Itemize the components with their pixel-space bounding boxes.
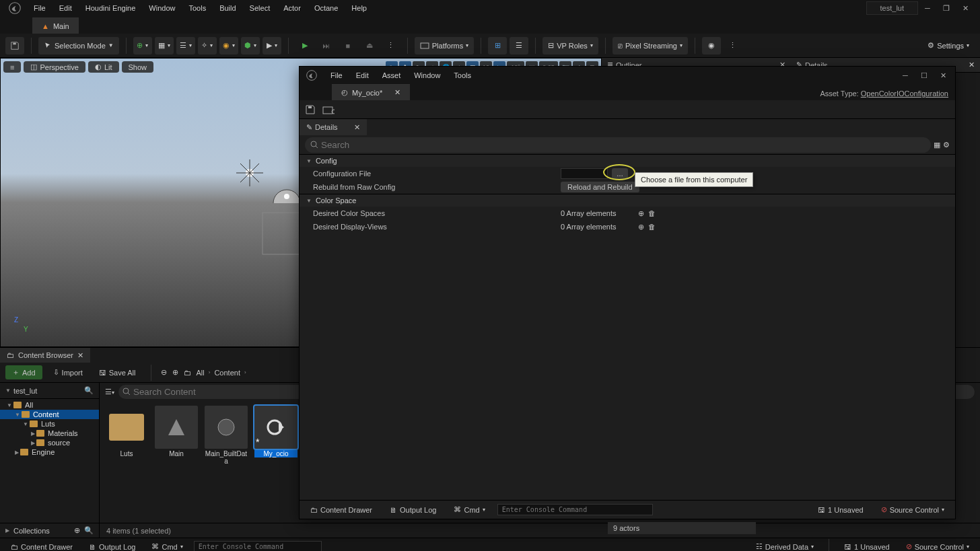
add-button[interactable]: ＋Add — [5, 365, 42, 379]
sequencer-button[interactable]: ▶▾ — [262, 37, 281, 54]
content-drawer-button[interactable]: 🗀Content Drawer — [305, 505, 378, 515]
more-button[interactable]: ⋮ — [724, 37, 742, 54]
clear-array-icon[interactable]: 🗑 — [648, 209, 656, 217]
tree-item-engine[interactable]: ▶Engine — [0, 447, 99, 457]
menu-item-file[interactable]: File — [324, 69, 349, 82]
blueprints-button[interactable]: ☰▾ — [176, 37, 195, 54]
import-button[interactable]: ⇩Import — [48, 367, 88, 378]
close-icon[interactable]: ✕ — [394, 88, 400, 97]
eject-button[interactable]: ⏏ — [360, 37, 379, 54]
tree-item-materials[interactable]: ▶Materials — [0, 429, 99, 438]
view-options-icon[interactable]: ▦ — [934, 141, 940, 149]
colorspace-section-header[interactable]: ▼Color Space — [300, 194, 955, 207]
play-options-button[interactable]: ⋮ — [382, 37, 400, 54]
close-icon[interactable]: ✕ — [77, 351, 83, 360]
unreal-logo-icon[interactable] — [302, 66, 321, 85]
asset-tab[interactable]: ◴ My_ocio* ✕ — [332, 84, 410, 100]
filters-button[interactable]: ☰▾ — [105, 388, 114, 396]
asset-type-link[interactable]: OpenColorIOConfiguration — [861, 89, 948, 98]
browse-asset-button[interactable] — [322, 104, 335, 115]
cinematics-button[interactable]: ✧▾ — [198, 37, 217, 54]
asset-luts[interactable]: Luts — [105, 406, 148, 517]
unsaved-button[interactable]: 🖫1 Unsaved — [839, 542, 895, 552]
close-icon[interactable]: ✕ — [354, 123, 360, 132]
config-section-header[interactable]: ▼Config — [300, 154, 955, 167]
content-browser-tab[interactable]: 🗀 Content Browser ✕ — [0, 348, 90, 363]
add-element-icon[interactable]: ⊕ — [638, 223, 644, 231]
console-command-input[interactable] — [194, 541, 322, 551]
viewport-menu-button[interactable]: ≡ — [3, 61, 21, 73]
save-all-button[interactable]: 🖫Save All — [94, 367, 141, 378]
settings-dropdown[interactable]: ⚙ Settings▾ — [922, 37, 975, 54]
minimize-button[interactable]: ─ — [896, 67, 915, 83]
collections-section[interactable]: ▶ Collections ⊕ 🔍 — [0, 523, 99, 538]
output-log-button[interactable]: 🗎Output Log — [384, 505, 442, 515]
asset-main_builtdata[interactable]: Main_BuiltData — [205, 406, 248, 517]
lit-dropdown[interactable]: ◐Lit — [88, 61, 119, 73]
play-button[interactable]: ▶ — [295, 37, 314, 54]
save-asset-button[interactable] — [305, 104, 316, 115]
details-panel-tab[interactable]: ✎ Details ✕ — [300, 119, 367, 135]
menu-item-build[interactable]: Build — [213, 1, 242, 15]
menu-item-actor[interactable]: Actor — [277, 1, 308, 15]
tree-item-luts[interactable]: ▼Luts — [0, 419, 99, 429]
tree-item-all[interactable]: ▼All — [0, 400, 99, 410]
maximize-button[interactable]: ☐ — [915, 67, 934, 83]
menu-item-window[interactable]: Window — [407, 69, 447, 82]
layers-button[interactable]: ☰ — [510, 37, 528, 54]
skip-button[interactable]: ⏭ — [317, 37, 336, 54]
tree-item-source[interactable]: ▶source — [0, 438, 99, 447]
menu-item-file[interactable]: File — [27, 1, 53, 15]
asset-main[interactable]: Main — [155, 406, 198, 517]
breadcrumb-item[interactable]: All — [197, 369, 205, 377]
menu-item-tools[interactable]: Tools — [447, 69, 478, 82]
menu-item-tools[interactable]: Tools — [182, 1, 213, 15]
minimize-button[interactable]: ─ — [918, 0, 937, 16]
close-button[interactable]: ✕ — [934, 67, 952, 83]
menu-item-edit[interactable]: Edit — [53, 1, 79, 15]
unsaved-button[interactable]: 🖫1 Unsaved — [812, 505, 869, 515]
reload-rebuild-button[interactable]: Reload and Rebuild — [561, 182, 639, 192]
content-drawer-button[interactable]: 🗀Content Drawer — [5, 542, 78, 552]
history-back-button[interactable]: ⊖ — [161, 368, 167, 377]
vp-roles-dropdown[interactable]: ⊟ VP Roles▾ — [542, 37, 598, 54]
experimental-button[interactable]: ◉▾ — [219, 37, 238, 54]
derived-data-button[interactable]: ☷Derived Data▾ — [750, 541, 819, 551]
output-log-button[interactable]: 🗎Output Log — [83, 542, 141, 552]
stage-manager-button[interactable]: ⊞ — [488, 37, 507, 54]
unreal-logo-icon[interactable] — [5, 0, 24, 17]
details-search-input[interactable] — [305, 137, 931, 153]
save-button[interactable] — [5, 37, 24, 54]
menu-item-octane[interactable]: Octane — [308, 1, 345, 15]
search-icon[interactable]: 🔍 — [84, 386, 94, 395]
cmd-dropdown[interactable]: ⌘Cmd▾ — [448, 504, 490, 515]
asset-my_ocio[interactable]: *My_ocio — [254, 406, 298, 517]
close-icon[interactable]: ✕ — [969, 61, 975, 69]
configuration-file-input[interactable] — [561, 168, 608, 179]
cmd-dropdown[interactable]: ⌘Cmd▾ — [146, 541, 188, 551]
add-content-button[interactable]: ⊕▾ — [133, 37, 152, 54]
selection-mode-dropdown[interactable]: Selection Mode ▼ — [38, 37, 119, 54]
clear-array-icon[interactable]: 🗑 — [648, 223, 656, 231]
menu-item-houdini-engine[interactable]: Houdini Engine — [79, 1, 143, 15]
main-level-tab[interactable]: ▲ Main — [32, 17, 79, 34]
breadcrumb-item[interactable]: Content — [214, 369, 240, 377]
source-control-button[interactable]: ⊘Source Control▾ — [876, 504, 950, 515]
capture-button[interactable]: ◉ — [702, 37, 721, 54]
menu-item-asset[interactable]: Asset — [376, 69, 408, 82]
close-button[interactable]: ✕ — [956, 0, 975, 16]
tree-item-content[interactable]: ▼Content — [0, 410, 99, 419]
stop-button[interactable]: ■ — [339, 37, 357, 54]
menu-item-help[interactable]: Help — [345, 1, 374, 15]
add-element-icon[interactable]: ⊕ — [638, 209, 644, 218]
source-control-button[interactable]: ⊘Source Control▾ — [901, 541, 975, 551]
platforms-dropdown[interactable]: Platforms▾ — [415, 37, 474, 54]
pixel-streaming-dropdown[interactable]: ⎚ Pixel Streaming▾ — [612, 37, 688, 54]
history-forward-button[interactable]: ⊕ — [172, 368, 178, 377]
foliage-button[interactable]: ⬢▾ — [241, 37, 260, 54]
menu-item-edit[interactable]: Edit — [349, 69, 376, 82]
marketplace-button[interactable]: ▦▾ — [155, 37, 174, 54]
perspective-dropdown[interactable]: ◫Perspective — [24, 61, 85, 73]
menu-item-window[interactable]: Window — [142, 1, 182, 15]
maximize-button[interactable]: ❐ — [937, 0, 956, 16]
